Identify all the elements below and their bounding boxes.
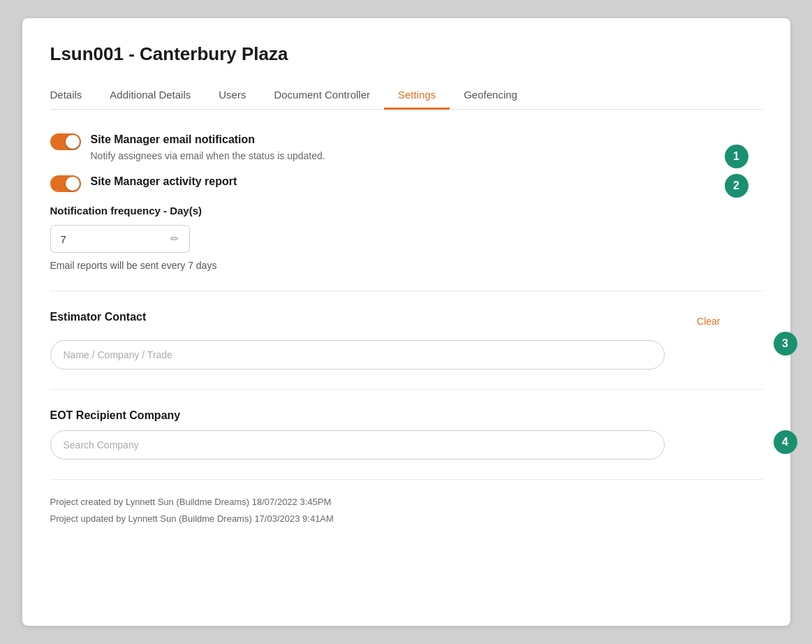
toggle-row-email-notification: Site Manager email notification Notify a… bbox=[50, 132, 762, 161]
eot-recipient-input[interactable] bbox=[50, 430, 665, 460]
tab-geofencing[interactable]: Geofencing bbox=[450, 82, 531, 110]
estimator-contact-title: Estimator Contact bbox=[50, 311, 147, 323]
toggle-email-notification-title: Site Manager email notification bbox=[91, 132, 762, 147]
tabs-nav: Details Additional Details Users Documen… bbox=[50, 82, 762, 110]
eot-recipient-section: EOT Recipient Company 4 bbox=[50, 409, 762, 480]
tab-additional-details[interactable]: Additional Details bbox=[96, 82, 205, 110]
badge-3: 3 bbox=[774, 332, 797, 356]
main-card: Lsun001 - Canterbury Plaza Details Addit… bbox=[22, 18, 790, 626]
footer-line1: Project created by Lynnett Sun (Buildme … bbox=[50, 494, 762, 510]
page-title: Lsun001 - Canterbury Plaza bbox=[50, 43, 762, 65]
badge-1: 1 bbox=[725, 145, 748, 168]
badge-2: 2 bbox=[725, 174, 748, 198]
tab-document-controller[interactable]: Document Controller bbox=[260, 82, 384, 110]
notifications-section: Site Manager email notification Notify a… bbox=[50, 132, 762, 291]
footer-text: Project created by Lynnett Sun (Buildme … bbox=[50, 494, 762, 527]
footer-line2: Project updated by Lynnett Sun (Buildme … bbox=[50, 511, 762, 527]
estimator-contact-section: Estimator Contact Clear 3 bbox=[50, 311, 762, 390]
toggle-row-activity-report: Site Manager activity report bbox=[50, 174, 762, 192]
toggle-email-notification-wrap[interactable] bbox=[50, 133, 81, 150]
toggle-activity-report-title: Site Manager activity report bbox=[91, 174, 762, 189]
eot-recipient-title: EOT Recipient Company bbox=[50, 409, 721, 422]
estimator-header-row: Estimator Contact Clear bbox=[50, 311, 721, 332]
toggle-email-notification-text: Site Manager email notification Notify a… bbox=[91, 132, 762, 161]
toggle-email-notification-label[interactable] bbox=[50, 133, 81, 150]
toggle-email-notification-desc: Notify assignees via email when the stat… bbox=[91, 150, 762, 161]
freq-hint: Email reports will be sent every 7 days bbox=[50, 260, 762, 271]
tab-details[interactable]: Details bbox=[50, 82, 96, 110]
freq-input-wrap[interactable]: 7 ✏ bbox=[50, 225, 190, 253]
tab-settings[interactable]: Settings bbox=[384, 82, 450, 110]
clear-estimator-button[interactable]: Clear bbox=[697, 316, 720, 327]
badge-4: 4 bbox=[774, 430, 797, 454]
toggle-activity-report-text: Site Manager activity report bbox=[91, 174, 762, 189]
toggle-activity-report-label[interactable] bbox=[50, 175, 81, 192]
estimator-contact-input[interactable] bbox=[50, 340, 665, 369]
freq-label: Notification frequency - Day(s) bbox=[50, 205, 762, 217]
tab-users[interactable]: Users bbox=[205, 82, 260, 110]
freq-value: 7 bbox=[61, 233, 163, 245]
toggle-activity-report-wrap[interactable] bbox=[50, 175, 81, 192]
edit-icon[interactable]: ✏ bbox=[170, 233, 179, 245]
